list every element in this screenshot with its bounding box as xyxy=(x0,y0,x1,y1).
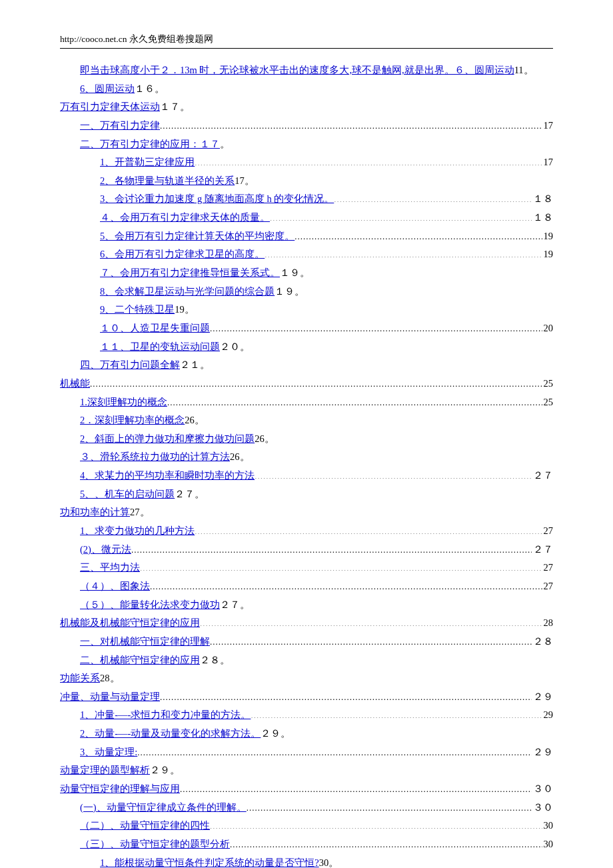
toc-link[interactable]: 1、能根据动量守恒条件判定系统的动量是否守恒? xyxy=(100,855,319,868)
toc-page-number: １８ xyxy=(532,209,553,226)
toc-page-number: 30 xyxy=(542,836,554,853)
toc-line: 即当击球高度小于２．13m 时，无论球被水平击出的速度多大,球不是触网,就是出界… xyxy=(60,62,553,79)
toc-link[interactable]: 1、求变力做功的几种方法 xyxy=(80,523,195,539)
toc-line: １０、人造卫星失重问题20 xyxy=(60,320,553,337)
toc-link[interactable]: 1、开普勒三定律应用 xyxy=(100,154,195,171)
toc-link[interactable]: 功能关系 xyxy=(60,670,100,687)
toc-link[interactable]: 2．深刻理解功率的概念 xyxy=(80,412,185,429)
toc-link[interactable]: 6、圆周运动 xyxy=(80,81,135,97)
toc-leader-dots xyxy=(90,377,542,387)
toc-link[interactable]: (一)、动量守恒定律成立条件的理解。 xyxy=(80,799,247,816)
toc-link[interactable]: 二、机械能守恒定律的应用 xyxy=(80,652,200,669)
toc-line: 功和功率的计算27。 xyxy=(60,504,553,521)
toc-link[interactable]: １１、卫星的变轨运动问题 xyxy=(100,339,220,355)
toc-leader-dots xyxy=(131,543,532,553)
toc-leader-dots xyxy=(140,561,542,571)
toc-page-number: ２８ xyxy=(532,633,553,650)
toc-leader-dots xyxy=(200,617,542,627)
toc-link[interactable]: 动量定理的题型解析 xyxy=(60,762,150,779)
toc-link[interactable]: 四、万有引力问题全解 xyxy=(80,357,180,373)
toc-page-number: ２７ xyxy=(532,541,553,558)
toc-page-number: ２９ xyxy=(532,744,553,761)
toc-link[interactable]: １０、人造卫星失重问题 xyxy=(100,320,210,337)
toc-link[interactable]: 机械能 xyxy=(60,375,90,392)
toc-trailing-text: 19。 xyxy=(175,301,195,318)
toc-page-number: 19 xyxy=(542,228,554,245)
toc-line: （二）、动量守恒定律的四性30 xyxy=(60,817,553,834)
toc-trailing-text: ２７。 xyxy=(220,597,250,613)
toc-link[interactable]: ３、滑轮系统拉力做功的计算方法 xyxy=(80,449,230,465)
toc-link[interactable]: 万有引力定律天体运动 xyxy=(60,99,160,115)
toc-link[interactable]: 二、万有引力定律的应用：１７ xyxy=(80,136,220,153)
toc-trailing-text: １６。 xyxy=(135,81,165,97)
toc-link[interactable]: 机械能及机械能守恒定律的应用 xyxy=(60,615,200,631)
toc-link[interactable]: 1、冲量-―-求恒力和变力冲量的方法。 xyxy=(80,707,251,723)
toc-page-number: 27 xyxy=(542,578,554,595)
toc-line: 2、斜面上的弹力做功和摩擦力做功问题26。 xyxy=(60,431,553,447)
toc-trailing-text: ２８。 xyxy=(200,652,230,669)
toc-leader-dots xyxy=(210,321,542,331)
toc-link[interactable]: 2、斜面上的弹力做功和摩擦力做功问题 xyxy=(80,431,255,447)
toc-page-number: 27 xyxy=(542,559,554,576)
toc-link[interactable]: 2、各物理量与轨道半径的关系 xyxy=(100,173,235,189)
toc-link[interactable]: 5、会用万有引力定律计算天体的平均密度。 xyxy=(100,228,295,245)
toc-leader-dots xyxy=(230,837,542,847)
toc-line: ３、滑轮系统拉力做功的计算方法26。 xyxy=(60,449,553,465)
toc-trailing-text: 11。 xyxy=(514,62,534,79)
toc-link[interactable]: 三、平均力法 xyxy=(80,559,140,576)
toc-link[interactable]: （５）、能量转化法求变力做功 xyxy=(80,597,220,613)
toc-trailing-text: １９。 xyxy=(275,283,305,300)
toc-link[interactable]: 3、会讨论重力加速度 g 随离地面高度 h 的变化情况。 xyxy=(100,191,334,207)
toc-page-number: ３０ xyxy=(532,799,553,816)
toc-leader-dots xyxy=(150,579,542,589)
toc-link[interactable]: （４）、图象法 xyxy=(80,578,150,595)
toc-trailing-text: １９。 xyxy=(280,265,310,281)
toc-trailing-text: 30。 xyxy=(319,855,339,868)
toc-link[interactable]: 8、会求解卫星运动与光学问题的综合题 xyxy=(100,283,275,300)
toc-line: 动量定理的题型解析２９。 xyxy=(60,762,553,779)
toc-link[interactable]: 3、动量定理: xyxy=(80,744,137,761)
toc-line: （４）、图象法27 xyxy=(60,578,553,595)
toc-line: 一、万有引力定律17 xyxy=(60,117,553,134)
toc-link[interactable]: （二）、动量守恒定律的四性 xyxy=(80,817,210,834)
toc-link[interactable]: 一、对机械能守恒定律的理解 xyxy=(80,633,210,650)
toc-link[interactable]: （三）、动量守恒定律的题型分析 xyxy=(80,836,230,853)
toc-line: （５）、能量转化法求变力做功２７。 xyxy=(60,597,553,613)
toc-line: 万有引力定律天体运动１７。 xyxy=(60,99,553,115)
toc-page-number: 19 xyxy=(542,246,554,263)
toc-page-number: ２９ xyxy=(532,689,553,705)
header-rule xyxy=(60,48,553,49)
toc-leader-dots xyxy=(251,709,542,719)
toc-page-number: 25 xyxy=(542,394,554,411)
toc-trailing-text: 26。 xyxy=(255,431,275,447)
toc-page-number: ２７ xyxy=(532,467,553,484)
toc-link[interactable]: 6、会用万有引力定律求卫星的高度。 xyxy=(100,246,265,263)
toc-link[interactable]: 冲量、动量与动量定理 xyxy=(60,689,160,705)
toc-link[interactable]: 5、、机车的启动问题 xyxy=(80,486,175,503)
toc-trailing-text: ２１。 xyxy=(180,357,210,373)
toc-link[interactable]: 1.深刻理解功的概念 xyxy=(80,394,167,411)
toc-line: 2、各物理量与轨道半径的关系17。 xyxy=(60,173,553,189)
toc-line: 2、动量-―-动量及动量变化的求解方法。２９。 xyxy=(60,725,553,742)
toc-line: 机械能及机械能守恒定律的应用28 xyxy=(60,615,553,631)
toc-link[interactable]: 一、万有引力定律 xyxy=(80,117,160,134)
toc-link[interactable]: (2)、微元法 xyxy=(80,541,131,558)
toc-link[interactable]: 功和功率的计算 xyxy=(60,504,130,521)
toc-link[interactable]: ７、会用万有引力定律推导恒量关系式。 xyxy=(100,265,280,281)
toc-link[interactable]: 4、求某力的平均功率和瞬时功率的方法 xyxy=(80,467,255,484)
toc-page-number: １８ xyxy=(532,191,553,207)
toc-line: 1.深刻理解功的概念25 xyxy=(60,394,553,411)
toc-page-number: 30 xyxy=(542,817,554,834)
toc-link[interactable]: 9、二个特殊卫星 xyxy=(100,301,175,318)
toc-link[interactable]: 动量守恒定律的理解与应用 xyxy=(60,781,180,797)
toc-page-number: 27 xyxy=(542,523,554,539)
toc-line: 二、机械能守恒定律的应用２８。 xyxy=(60,652,553,669)
toc-leader-dots xyxy=(160,119,542,129)
toc-link[interactable]: 2、动量-―-动量及动量变化的求解方法。 xyxy=(80,725,261,742)
toc-line: 功能关系28。 xyxy=(60,670,553,687)
table-of-contents: 即当击球高度小于２．13m 时，无论球被水平击出的速度多大,球不是触网,就是出界… xyxy=(60,62,553,868)
toc-link[interactable]: 即当击球高度小于２．13m 时，无论球被水平击出的速度多大,球不是触网,就是出界… xyxy=(80,62,514,79)
toc-line: 6、会用万有引力定律求卫星的高度。19 xyxy=(60,246,553,263)
toc-link[interactable]: ４、会用万有引力定律求天体的质量。 xyxy=(100,209,270,226)
toc-trailing-text: 26。 xyxy=(230,449,250,465)
